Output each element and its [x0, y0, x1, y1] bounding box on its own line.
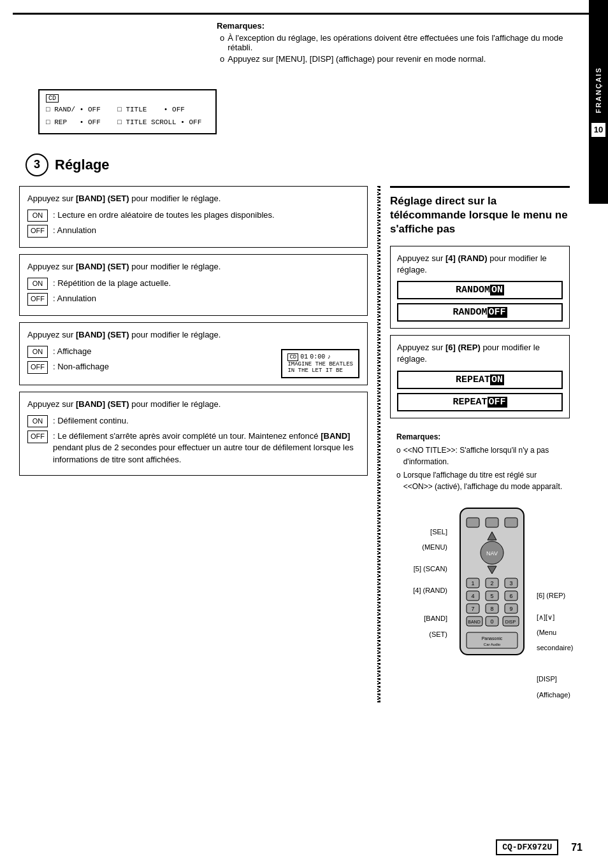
on-label-2: ON: [27, 278, 48, 290]
remote-right-labels: [6] (REP) [∧][∨](Menu secondaire) [DISP]…: [537, 505, 594, 702]
page: FRANÇAIS 10 Remarques: o À l'exception d…: [0, 0, 608, 868]
option-display-on: ON : Affichage: [27, 346, 252, 358]
display-options-row: ON : Affichage OFF : Non-affichage CD 01: [27, 346, 359, 378]
label-scan: [5] (SCAN): [390, 561, 447, 576]
cd-image-display: CD 01 0:00 ♪ IMAGINE THE BEATLES IN THE …: [281, 349, 359, 378]
label-nav: [∧][∨](Menu secondaire): [537, 609, 594, 656]
random-off-highlight: OFF: [488, 307, 507, 318]
option-scroll-on: ON : Défilement continu.: [27, 415, 359, 427]
cd-img-track: 01: [300, 353, 308, 360]
off-text-4: : Le défilement s'arrête après avoir com…: [53, 430, 359, 466]
model-box: CQ-DFX972U: [496, 839, 558, 855]
setting-instruction-3: Appuyez sur [BAND] (SET) pour modifier l…: [27, 329, 359, 341]
page-number: 71: [571, 842, 583, 853]
on-text-3: : Affichage: [53, 346, 91, 357]
right-sidebar: FRANÇAIS 10: [589, 0, 608, 204]
repeat-off-display: REPEATOFF: [397, 393, 563, 411]
label-rep: [6] (REP): [537, 588, 594, 603]
option-scroll-off: OFF : Le défilement s'arrête après avoir…: [27, 430, 359, 466]
off-label-1: OFF: [27, 225, 48, 237]
svg-text:Panasonic: Panasonic: [482, 636, 503, 641]
note-text-1: À l'exception du réglage, les opérations…: [228, 33, 570, 52]
on-text-1: : Lecture en ordre aléatoire de toutes l…: [53, 210, 275, 221]
off-text-1: : Annulation: [53, 225, 96, 236]
cd-image-row-1: CD 01 0:00 ♪: [287, 353, 353, 361]
off-text-3: : Non-affichage: [53, 361, 109, 373]
svg-text:3: 3: [509, 580, 512, 587]
remote-with-labels: [SEL](MENU) [5] (SCAN) [4] (RAND) [BAND]…: [390, 505, 570, 702]
note-bullet-1: o: [220, 33, 224, 43]
option-random-off: OFF : Annulation: [27, 225, 359, 237]
cd-display-box: CD □ RAND/ • OFF □ TITLE • OFF □ REP • O…: [38, 89, 217, 134]
remote-diagram: [SEL](MENU) [5] (SCAN) [4] (RAND) [BAND]…: [390, 505, 570, 702]
setting-instruction-2: Appuyez sur [BAND] (SET) pour modifier l…: [27, 261, 359, 273]
option-random-on: ON : Lecture en ordre aléatoire de toute…: [27, 210, 359, 222]
remark-bullet-2: o: [396, 469, 401, 492]
left-column: Appuyez sur [BAND] (SET) pour modifier l…: [19, 186, 379, 702]
cd-img-icon2: ♪: [327, 353, 331, 360]
option-display-off: OFF : Non-affichage: [27, 361, 252, 373]
label-band: [BAND](SET): [390, 611, 447, 641]
cd-row-1: □ RAND/ • OFF □ TITLE • OFF: [46, 104, 209, 117]
right-block-random: Appuyez sur [4] (RAND) pour modifier le …: [390, 246, 570, 329]
notes-section-top: Remarques: o À l'exception du réglage, l…: [217, 21, 570, 64]
remark-bullet-1: o: [396, 445, 401, 467]
remarks-bottom-title: Remarques:: [396, 431, 563, 443]
note-item-2: o Appuyez sur [MENU], [DISP] (affichage)…: [217, 54, 570, 64]
cd-img-icon: CD: [287, 353, 298, 361]
remark-1-row: o <<NO TITLE>>: S'affiche lorsqu'il n'y …: [396, 445, 563, 467]
section-number: 3: [25, 153, 48, 176]
display-options: ON : Affichage OFF : Non-affichage: [27, 346, 252, 377]
setting-block-scroll: Appuyez sur [BAND] (SET) pour modifier l…: [19, 392, 368, 476]
svg-text:DISP: DISP: [505, 620, 516, 624]
svg-text:NAV: NAV: [486, 550, 498, 557]
off-text-2: : Annulation: [53, 293, 96, 304]
label-sel: [SEL](MENU): [390, 524, 447, 555]
repeat-on-display: REPEATON: [397, 371, 563, 389]
remote-svg-container: NAV 1 2 3: [451, 505, 533, 660]
off-label-4: OFF: [27, 430, 48, 443]
remote-svg: NAV 1 2 3: [451, 505, 533, 658]
right-column: Réglage direct sur la télécommande lorsq…: [379, 186, 570, 702]
svg-text:6: 6: [509, 593, 512, 599]
remark-text-1: <<NO TITLE>>: S'affiche lorsqu'il n'y a …: [403, 445, 563, 467]
on-label-4: ON: [27, 415, 48, 427]
svg-text:BAND: BAND: [468, 620, 480, 624]
setting-instruction-1: Appuyez sur [BAND] (SET) pour modifier l…: [27, 193, 359, 204]
random-on-highlight: ON: [490, 285, 504, 295]
svg-text:7: 7: [471, 606, 474, 612]
setting-block-repeat: Appuyez sur [BAND] (SET) pour modifier l…: [19, 254, 368, 316]
cd-display-content: □ RAND/ • OFF □ TITLE • OFF □ REP • OFF …: [46, 104, 209, 129]
cd-row-2: □ REP • OFF □ TITLE SCROLL • OFF: [46, 117, 209, 129]
remarks-bottom: Remarques: o <<NO TITLE>>: S'affiche lor…: [390, 425, 570, 499]
svg-text:Car Audio: Car Audio: [484, 643, 501, 646]
random-off-display: RANDOMOFF: [397, 303, 563, 322]
label-disp: [DISP](Affichage): [537, 671, 594, 702]
option-repeat-off: OFF : Annulation: [27, 293, 359, 305]
svg-rect-2: [486, 518, 498, 527]
svg-text:8: 8: [490, 606, 493, 612]
cd-img-time: 0:00: [310, 353, 325, 360]
on-text-4: : Défilement continu.: [53, 415, 129, 427]
option-repeat-on: ON : Répétition de la plage actuelle.: [27, 278, 359, 290]
section-header: 3 Réglage: [25, 153, 595, 176]
band-set-label-2: [BAND] (SET): [76, 262, 129, 271]
svg-text:5: 5: [490, 593, 493, 599]
remote-left-labels: [SEL](MENU) [5] (SCAN) [4] (RAND) [BAND]…: [390, 505, 447, 642]
on-label-1: ON: [27, 210, 48, 222]
band-set-label-4: [BAND] (SET): [76, 399, 129, 409]
svg-text:1: 1: [471, 580, 474, 587]
svg-text:9: 9: [509, 606, 512, 612]
setting-instruction-4: Appuyez sur [BAND] (SET) pour modifier l…: [27, 399, 359, 410]
right-instruction-random: Appuyez sur [4] (RAND) pour modifier le …: [397, 253, 563, 276]
random-on-display: RANDOMON: [397, 281, 563, 299]
cd-icon: CD: [46, 94, 59, 103]
repeat-on-highlight: ON: [490, 374, 504, 385]
svg-rect-3: [505, 518, 518, 527]
label-rand: [4] (RAND): [390, 583, 447, 598]
sidebar-language: FRANÇAIS: [595, 67, 602, 113]
cd-img-title: IMAGINE THE BEATLES: [287, 361, 353, 367]
section-title: Réglage: [55, 157, 110, 173]
top-border: [13, 13, 595, 15]
band-set-label-3: [BAND] (SET): [76, 330, 129, 339]
